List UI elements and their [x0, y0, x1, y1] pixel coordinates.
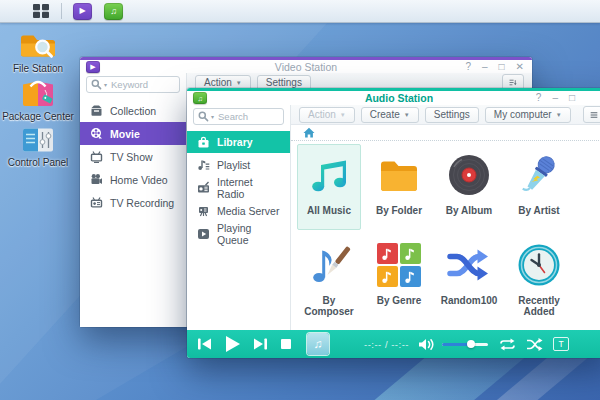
sidebar-item-home-video[interactable]: Home Video — [80, 168, 186, 191]
repeat-button[interactable] — [499, 338, 516, 351]
action-button[interactable]: Action▼ — [299, 107, 355, 123]
grid-item-label: All Music — [307, 205, 351, 216]
list-view-button[interactable] — [583, 106, 600, 123]
grid-item-label: By Artist — [518, 205, 559, 216]
microphone-icon — [516, 152, 562, 198]
volume-control — [418, 338, 488, 351]
taskbar-audio-station-button[interactable]: ♫ — [98, 0, 129, 22]
audio-search-box[interactable]: ▾ — [193, 108, 284, 125]
grid-item-by-composer[interactable]: By Composer — [297, 234, 361, 320]
grid-item-label: By Genre — [377, 295, 421, 306]
clock-icon — [516, 242, 562, 288]
grid-item-by-artist[interactable]: By Artist — [507, 144, 571, 230]
audio-sidebar-list: Library Playlist — [187, 131, 290, 245]
settings-button[interactable]: Settings — [425, 107, 479, 123]
main-menu-button[interactable] — [26, 0, 56, 22]
source-selector-button[interactable]: My computer▼ — [485, 107, 571, 123]
control-panel-icon — [21, 126, 55, 154]
audio-station-titlebar: ♫ Audio Station ? – □ — [187, 91, 600, 105]
video-station-icon: ▶ — [73, 3, 92, 20]
desktop-icon-label: File Station — [13, 63, 63, 76]
audio-library-grid: All Music By Folder — [291, 141, 600, 330]
grid-item-random100[interactable]: Random100 — [437, 234, 501, 320]
sidebar-item-playlist[interactable]: Playlist — [187, 153, 290, 176]
sidebar-item-playing-queue[interactable]: Playing Queue — [187, 222, 290, 245]
help-button[interactable]: ? — [465, 62, 471, 72]
minimize-button[interactable]: – — [482, 62, 488, 72]
sidebar-item-media-server[interactable]: Media Server — [187, 199, 290, 222]
main-menu-icon — [32, 3, 50, 19]
genre-tiles-icon — [376, 242, 422, 288]
sidebar-item-library[interactable]: Library — [187, 131, 290, 153]
sidebar-item-label: Home Video — [110, 174, 168, 186]
search-icon — [91, 79, 102, 90]
video-station-titlebar: ▶ Video Station ? – □ ✕ — [80, 60, 532, 73]
grid-item-by-folder[interactable]: By Folder — [367, 144, 431, 230]
sidebar-item-movie[interactable]: Movie — [80, 122, 186, 145]
desktop-icon-control-panel[interactable]: Control Panel — [2, 126, 74, 170]
window-controls: ? – □ — [536, 91, 575, 105]
sidebar-item-internet-radio[interactable]: Internet Radio — [187, 176, 290, 199]
audio-search-input[interactable] — [216, 110, 279, 123]
maximize-button[interactable]: □ — [499, 62, 505, 72]
video-station-sidebar: ▾ Collection — [80, 73, 187, 327]
window-controls: ? – □ ✕ — [465, 60, 524, 73]
stop-icon — [280, 338, 292, 350]
stop-button[interactable] — [280, 338, 292, 350]
play-icon — [224, 335, 241, 353]
caret-down-icon: ▼ — [404, 112, 410, 118]
minimize-button[interactable]: – — [552, 93, 558, 103]
close-button[interactable]: ✕ — [516, 62, 524, 72]
radio-icon — [197, 181, 210, 194]
list-view-icon — [590, 110, 598, 120]
grid-item-all-music[interactable]: All Music — [297, 144, 361, 230]
all-music-icon — [306, 152, 352, 198]
caret-down-icon: ▼ — [236, 80, 242, 86]
grid-item-by-genre[interactable]: By Genre — [367, 234, 431, 320]
taskbar-video-station-button[interactable]: ▶ — [67, 0, 98, 22]
shuffle-button[interactable] — [526, 338, 543, 351]
speaker-icon[interactable] — [418, 338, 435, 351]
create-button[interactable]: Create▼ — [361, 107, 419, 123]
library-icon — [197, 136, 210, 149]
grid-item-by-album[interactable]: By Album — [437, 144, 501, 230]
previous-button[interactable] — [197, 337, 212, 351]
audio-station-main: Action▼ Create▼ Settings My computer▼ — [291, 105, 600, 330]
desktop-icon-package-center[interactable]: Package Center — [2, 76, 74, 124]
search-icon — [198, 111, 209, 122]
play-button[interactable] — [224, 335, 241, 353]
sidebar-item-collection[interactable]: Collection — [80, 99, 186, 122]
volume-knob[interactable] — [467, 340, 475, 348]
package-center-icon — [20, 76, 56, 108]
sidebar-item-label: Internet Radio — [217, 176, 280, 200]
sidebar-item-label: Playlist — [217, 159, 250, 171]
audio-station-window: ♫ Audio Station ? – □ ▾ — [187, 88, 600, 358]
help-button[interactable]: ? — [536, 93, 542, 103]
sidebar-item-label: Playing Queue — [217, 222, 280, 246]
next-button[interactable] — [253, 337, 268, 351]
lyrics-button[interactable]: T — [553, 337, 569, 351]
folder-icon — [376, 152, 422, 198]
grid-item-label: Recently Added — [508, 295, 570, 317]
caret-down-icon: ▼ — [556, 112, 562, 118]
file-station-icon — [19, 30, 57, 60]
sidebar-item-label: TV Recording — [110, 197, 174, 209]
desktop-icon-file-station[interactable]: File Station — [2, 30, 74, 76]
taskbar: ▶ ♫ — [0, 0, 600, 23]
caret-down-icon: ▾ — [211, 114, 214, 120]
sidebar-item-tv-recording[interactable]: TV Recording — [80, 191, 186, 214]
sidebar-item-tv-show[interactable]: TV Show — [80, 145, 186, 168]
home-icon[interactable] — [303, 127, 315, 138]
grid-item-recently-added[interactable]: Recently Added — [507, 234, 571, 320]
audio-station-body: ▾ Library — [187, 105, 600, 330]
grid-item-label: By Folder — [376, 205, 422, 216]
taskbar-separator — [61, 3, 62, 19]
volume-slider[interactable] — [442, 343, 488, 346]
video-search-input[interactable] — [109, 78, 175, 91]
audio-station-toolbar: Action▼ Create▼ Settings My computer▼ — [291, 105, 600, 125]
tv-record-icon — [90, 196, 103, 209]
maximize-button[interactable]: □ — [569, 93, 575, 103]
video-search-box[interactable]: ▾ — [86, 76, 180, 93]
grid-item-label: By Composer — [298, 295, 360, 317]
window-title: Video Station — [80, 61, 532, 73]
